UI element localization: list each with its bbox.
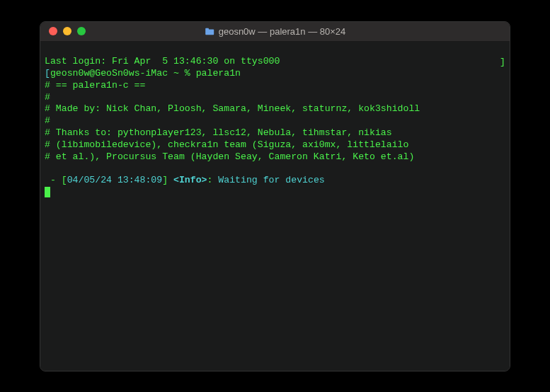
log-prefix: - [ [45,175,67,185]
window-title: geosn0w — palera1n — 80×24 [219,26,346,37]
window-title-container: geosn0w — palera1n — 80×24 [205,26,346,37]
cursor-line [45,187,505,199]
prompt-bracket-open: [ [45,68,50,79]
cursor-icon [45,187,50,197]
banner-line-4: # [45,115,505,127]
terminal-window: geosn0w — palera1n — 80×24 Last login: F… [40,21,510,371]
prompt-user-host: geosn0w@GeoSn0ws-iMac ~ % [50,68,196,79]
banner-line-7: # et al.), Procursus Team (Hayden Seay, … [45,151,505,163]
close-icon[interactable] [49,27,57,35]
traffic-lights [40,27,86,35]
prompt-bracket-close: ] [500,57,505,69]
folder-icon [205,27,214,35]
last-login-line: Last login: Fri Apr 5 13:46:30 on ttys00… [45,56,505,68]
log-message: Waiting for devices [218,175,324,185]
command-entered: palera1n [196,68,241,79]
log-line: - [04/05/24 13:48:09] <Info>: Waiting fo… [45,175,505,187]
banner-line-3: # Made by: Nick Chan, Ploosh, Samara, Mi… [45,103,505,115]
banner-line-6: # (libimobiledevice), checkra1n team (Si… [45,139,505,151]
banner-line-5: # Thanks to: pythonplayer123, llsc12, Ne… [45,127,505,139]
log-timestamp: 04/05/24 13:48:09 [67,175,163,185]
log-bracket-close: ] [162,175,173,185]
banner-line-2: # [45,92,505,104]
terminal-output[interactable]: Last login: Fri Apr 5 13:46:30 on ttys00… [40,42,510,371]
banner-line-1: # == palera1n-c == [45,80,505,92]
prompt-line: [geosn0w@GeoSn0ws-iMac ~ % palera1n [45,68,505,80]
zoom-icon[interactable] [77,27,86,35]
minimize-icon[interactable] [63,27,71,35]
log-colon: : [207,175,219,185]
titlebar[interactable]: geosn0w — palera1n — 80×24 [40,22,510,42]
blank-line [45,163,505,175]
log-tag: <Info> [173,175,207,185]
